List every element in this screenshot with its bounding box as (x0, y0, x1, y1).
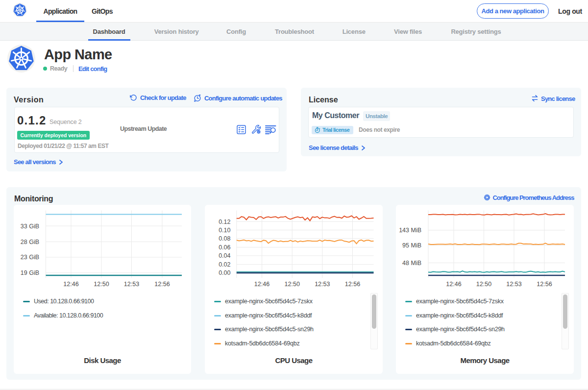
svg-text:12:50: 12:50 (285, 281, 300, 288)
svg-text:12:46: 12:46 (446, 281, 461, 288)
svg-text:48 MiB: 48 MiB (402, 260, 421, 267)
svg-text:0.12: 0.12 (219, 219, 230, 225)
svg-text:143 MiB: 143 MiB (399, 227, 421, 234)
svg-text:33 GiB: 33 GiB (21, 223, 39, 230)
svg-text:12:46: 12:46 (254, 281, 270, 288)
svg-text:95 MiB: 95 MiB (402, 242, 421, 249)
svg-text:23 GiB: 23 GiB (21, 254, 39, 261)
svg-text:12:56: 12:56 (345, 281, 360, 288)
svg-text:12:46: 12:46 (63, 281, 78, 288)
svg-text:0.08: 0.08 (219, 235, 230, 242)
svg-text:0.04: 0.04 (219, 252, 230, 259)
svg-text:12:53: 12:53 (124, 281, 139, 288)
svg-text:19 GiB: 19 GiB (21, 269, 39, 276)
svg-text:12:56: 12:56 (154, 281, 170, 288)
svg-text:0.00: 0.00 (219, 269, 230, 276)
svg-text:12:50: 12:50 (94, 281, 109, 288)
svg-text:0.10: 0.10 (219, 227, 230, 234)
svg-text:0.02: 0.02 (219, 261, 230, 268)
svg-text:12:53: 12:53 (315, 281, 330, 288)
svg-text:12:50: 12:50 (476, 281, 491, 288)
svg-text:28 GiB: 28 GiB (21, 239, 39, 245)
svg-text:0.06: 0.06 (219, 244, 230, 251)
svg-text:12:53: 12:53 (506, 281, 521, 288)
svg-text:12:56: 12:56 (537, 281, 552, 288)
